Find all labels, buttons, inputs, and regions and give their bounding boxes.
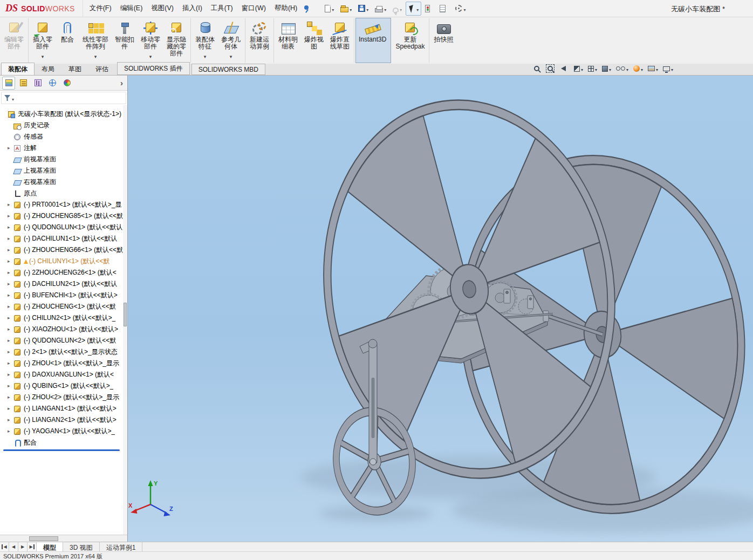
featuremanager-design-tree-tab[interactable] bbox=[2, 77, 15, 90]
expand-arrow-icon[interactable] bbox=[8, 395, 13, 400]
tree-item[interactable]: 无碳小车装配图 (默认<显示状态-1>) bbox=[0, 108, 127, 120]
display-style-button[interactable] bbox=[602, 64, 611, 73]
tree-item[interactable]: (-) ZHOUCHENG85<1> (默认<<默 bbox=[0, 210, 127, 222]
new-motion-study-button[interactable]: 新建运 动算例 bbox=[247, 18, 274, 63]
expand-arrow-icon[interactable] bbox=[8, 327, 13, 332]
dropdown-caret-icon[interactable] bbox=[595, 64, 597, 73]
expand-arrow-icon[interactable] bbox=[8, 259, 13, 264]
tree-item[interactable]: (-) PRT0001<1> (默认<<默认>_显 bbox=[0, 199, 127, 210]
tab-assembly[interactable]: 装配体 bbox=[1, 63, 35, 75]
dropdown-caret-icon[interactable] bbox=[42, 51, 44, 60]
expand-arrow-icon[interactable] bbox=[8, 316, 13, 320]
save-button[interactable] bbox=[355, 2, 371, 16]
tree-item[interactable]: 上视基准面 bbox=[0, 165, 127, 176]
expand-arrow-icon[interactable] bbox=[8, 225, 13, 230]
dropdown-caret-icon[interactable] bbox=[626, 64, 628, 73]
panel-flyout-arrow-icon[interactable]: › bbox=[118, 78, 125, 87]
tree-item[interactable]: 右视基准面 bbox=[0, 176, 127, 188]
tab-layout[interactable]: 布局 bbox=[35, 63, 61, 75]
last-tab-button[interactable] bbox=[28, 542, 37, 551]
tab-motion-study-1[interactable]: 运动算例1 bbox=[100, 542, 143, 551]
expand-arrow-icon[interactable] bbox=[8, 293, 13, 298]
tree-horizontal-scrollbar[interactable] bbox=[0, 535, 127, 542]
tree-item[interactable]: (-) DACHILUN1<1> (默认<<默认 bbox=[0, 233, 127, 244]
expand-arrow-icon[interactable] bbox=[8, 350, 13, 354]
dropdown-caret-icon[interactable] bbox=[230, 51, 232, 60]
tree-item[interactable]: 历史记录 bbox=[0, 120, 127, 131]
exploded-view-button[interactable]: 爆炸视 图 bbox=[301, 18, 327, 63]
dropdown-caret-icon[interactable] bbox=[641, 64, 643, 73]
tab-solidworks-addins[interactable]: SOLIDWORKS 插件 bbox=[117, 62, 190, 75]
dropdown-caret-icon[interactable] bbox=[366, 4, 368, 13]
print-button[interactable] bbox=[372, 2, 389, 16]
insert-components-button[interactable]: 插入零 部件 bbox=[30, 18, 56, 63]
tree-item[interactable]: (-) QUDONGLUN<1> (默认<<默认 bbox=[0, 222, 127, 233]
expand-arrow-icon[interactable] bbox=[8, 338, 13, 343]
tree-item[interactable]: (-) YAOGAN<1> (默认<<默认>_ bbox=[0, 426, 127, 437]
dropdown-caret-icon[interactable] bbox=[204, 51, 207, 60]
take-snapshot-button[interactable]: 拍快照 bbox=[430, 18, 456, 63]
expand-arrow-icon[interactable] bbox=[8, 372, 13, 377]
first-tab-button[interactable] bbox=[0, 542, 9, 551]
open-button[interactable] bbox=[338, 2, 354, 16]
displaymanager-tab[interactable] bbox=[60, 77, 73, 90]
dropdown-caret-icon[interactable] bbox=[656, 64, 658, 73]
expand-arrow-icon[interactable] bbox=[8, 146, 13, 151]
linear-component-pattern-button[interactable]: 线性零部 件阵列 bbox=[79, 18, 112, 63]
tree-filter-bar[interactable] bbox=[1, 92, 126, 104]
configurationmanager-tab[interactable] bbox=[31, 77, 44, 90]
mate-button[interactable]: 配合 bbox=[56, 18, 79, 63]
view-orientation-button[interactable] bbox=[588, 64, 597, 73]
tab-solidworks-mbd[interactable]: SOLIDWORKS MBD bbox=[191, 64, 265, 75]
hide-show-items-button[interactable] bbox=[616, 64, 628, 73]
dropdown-caret-icon[interactable] bbox=[581, 64, 583, 73]
tree-item[interactable]: (-) ZHOU<1> (默认<<默认>_显示 bbox=[0, 358, 127, 369]
filter-caret-icon[interactable] bbox=[12, 93, 14, 103]
dropdown-caret-icon[interactable] bbox=[94, 51, 97, 60]
dropdown-caret-icon[interactable] bbox=[149, 51, 152, 60]
previous-tab-button[interactable] bbox=[9, 542, 18, 551]
tab-evaluate[interactable]: 评估 bbox=[88, 63, 115, 75]
expand-arrow-icon[interactable] bbox=[8, 429, 13, 434]
tab-model[interactable]: 模型 bbox=[37, 542, 63, 551]
tree-item[interactable]: (-) QUDONGLUN<2> (默认<<默 bbox=[0, 335, 127, 346]
tree-item[interactable]: 配合 bbox=[0, 437, 127, 448]
tree-item[interactable]: (-) 2ZHOUCHENG26<1> (默认< bbox=[0, 267, 127, 278]
menu-window[interactable]: 窗口(W) bbox=[237, 1, 270, 16]
tree-item[interactable]: (-) ZHOUCHENG66<1> (默认<<默 bbox=[0, 244, 127, 256]
file-properties-button[interactable] bbox=[437, 2, 451, 16]
tree-item[interactable]: (-) QUBING<1> (默认<<默认>_ bbox=[0, 380, 127, 392]
menu-file[interactable]: 文件(F) bbox=[85, 1, 116, 16]
expand-arrow-icon[interactable] bbox=[8, 406, 13, 411]
expand-arrow-icon[interactable] bbox=[8, 214, 13, 218]
rebuild-button[interactable] bbox=[422, 2, 436, 16]
dropdown-caret-icon[interactable] bbox=[609, 64, 611, 73]
tree-item[interactable]: 传感器 bbox=[0, 131, 127, 142]
tree-item[interactable]: (-) XIAOZHOU<1> (默认<<默认> bbox=[0, 324, 127, 335]
tree-item[interactable]: (-) LIANGAN2<1> (默认<<默认> bbox=[0, 414, 127, 426]
propertymanager-tab[interactable] bbox=[17, 77, 30, 90]
tree-item[interactable]: (-) BUFENCHI<1> (默认<<默认> bbox=[0, 290, 127, 301]
tree-vertical-scrollbar[interactable] bbox=[123, 105, 127, 535]
expand-arrow-icon[interactable] bbox=[8, 248, 13, 252]
view-settings-button[interactable] bbox=[663, 64, 673, 73]
instant3d-button[interactable]: Instant3D bbox=[355, 18, 391, 63]
rollback-bar[interactable] bbox=[3, 449, 120, 451]
pin-icon[interactable] bbox=[303, 4, 310, 13]
tree-item[interactable]: 原点 bbox=[0, 188, 127, 199]
next-tab-button[interactable] bbox=[18, 542, 28, 551]
expand-arrow-icon[interactable] bbox=[8, 236, 13, 241]
menu-view[interactable]: 视图(V) bbox=[147, 1, 178, 16]
explode-line-sketch-button[interactable]: 爆炸直 线草图 bbox=[327, 18, 354, 63]
tab-sketch[interactable]: 草图 bbox=[61, 63, 88, 75]
dropdown-caret-icon[interactable] bbox=[463, 4, 466, 13]
tree-item[interactable]: (-) ZHOUCHENG<1> (默认<<默 bbox=[0, 301, 127, 312]
scrollbar-thumb[interactable] bbox=[29, 536, 58, 541]
dropdown-caret-icon[interactable] bbox=[332, 4, 334, 13]
expand-arrow-icon[interactable] bbox=[8, 384, 13, 388]
smart-fasteners-button[interactable]: 智能扣 件 bbox=[112, 18, 138, 63]
dimxpertmanager-tab[interactable] bbox=[46, 77, 59, 90]
dropdown-caret-icon[interactable] bbox=[416, 4, 419, 13]
scrollbar-thumb[interactable] bbox=[124, 303, 127, 326]
graphics-area[interactable]: Y X Z bbox=[128, 76, 753, 542]
